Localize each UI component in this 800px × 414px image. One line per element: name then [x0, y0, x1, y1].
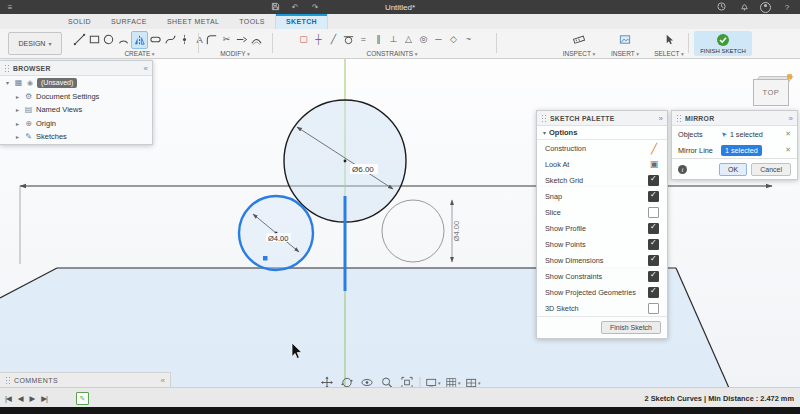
equal-constraint-icon[interactable]: =: [356, 31, 371, 47]
palette-row-show-profile[interactable]: Show Profile: [537, 220, 667, 236]
visibility-eye-icon[interactable]: ◉: [26, 79, 34, 87]
finish-sketch-button[interactable]: FINISH SKETCH: [694, 31, 752, 56]
rectangle-tool-icon[interactable]: [87, 31, 102, 47]
job-status-icon[interactable]: [714, 2, 728, 13]
chevron-right-icon[interactable]: ▸: [14, 93, 21, 100]
tab-sheet-metal[interactable]: SHEET METAL: [157, 14, 229, 29]
mirror-line-selection-count[interactable]: 1 selected: [721, 145, 762, 156]
checkbox-snap[interactable]: [648, 191, 659, 202]
select-cursor-icon[interactable]: [662, 31, 677, 47]
insert-canvas-icon[interactable]: [618, 31, 633, 47]
extend-tool-icon[interactable]: [234, 31, 249, 47]
checkbox-3d-sketch[interactable]: [648, 303, 659, 314]
construction-icon[interactable]: ╱: [649, 143, 659, 153]
midpoint-constraint-icon[interactable]: △: [401, 31, 416, 47]
palette-row-slice[interactable]: Slice: [537, 204, 667, 220]
checkbox-show-constraints[interactable]: [648, 271, 659, 282]
drag-grip-icon[interactable]: [5, 376, 10, 385]
viewcube[interactable]: TOP: [753, 76, 790, 105]
browser-item-sketches[interactable]: ▸✎Sketches: [0, 130, 152, 144]
checkbox-sketch-grid[interactable]: [648, 175, 659, 186]
palette-row-3d-sketch[interactable]: 3D Sketch: [537, 300, 667, 316]
palette-row-sketch-grid[interactable]: Sketch Grid: [537, 172, 667, 188]
mirror-dialog-header[interactable]: MIRROR »: [672, 111, 797, 126]
collapse-browser-icon[interactable]: «: [144, 64, 148, 73]
point-tool-icon[interactable]: [177, 31, 192, 47]
line-tool-icon[interactable]: [72, 31, 87, 47]
chevron-down-icon[interactable]: ▾: [4, 79, 11, 86]
offset-tool-icon[interactable]: [249, 31, 264, 47]
collapse-palette-icon[interactable]: »: [659, 114, 663, 123]
help-icon[interactable]: ?: [780, 3, 794, 12]
go-to-start-icon[interactable]: |◀: [5, 394, 11, 403]
select-menu[interactable]: SELECT: [648, 50, 690, 57]
trim-tool-icon[interactable]: ✂: [219, 31, 234, 47]
horizontal-vertical-constraint-icon[interactable]: ┼: [311, 31, 326, 47]
tab-surface[interactable]: SURFACE: [101, 14, 157, 29]
slot-tool-icon[interactable]: [148, 31, 163, 47]
notifications-icon[interactable]: [737, 2, 751, 13]
spline-tool-icon[interactable]: [163, 31, 178, 47]
drag-grip-icon[interactable]: [4, 64, 9, 73]
root-document-label[interactable]: (Unsaved): [37, 78, 77, 88]
perpendicular-constraint-icon[interactable]: ⊥: [386, 31, 401, 47]
timeline-sketch-feature[interactable]: ✎: [76, 392, 89, 405]
step-back-icon[interactable]: ◀: [18, 394, 23, 403]
collapse-dialog-icon[interactable]: »: [789, 114, 793, 123]
insert-menu[interactable]: INSERT: [604, 50, 646, 57]
browser-root-row[interactable]: ▾ ▦ ◉ (Unsaved): [0, 76, 152, 90]
viewcube-face-top[interactable]: TOP: [753, 79, 789, 106]
palette-row-show-projected-geometries[interactable]: Show Projected Geometries: [537, 284, 667, 300]
clear-objects-selection-icon[interactable]: ✕: [785, 130, 791, 138]
tab-sketch[interactable]: SKETCH: [275, 14, 328, 29]
checkbox-show-dimensions[interactable]: [648, 255, 659, 266]
palette-row-show-constraints[interactable]: Show Constraints: [537, 268, 667, 284]
fix-constraint-icon[interactable]: ▢: [296, 31, 311, 47]
arc-tool-icon[interactable]: [116, 31, 131, 47]
palette-row-construction[interactable]: Construction╱: [537, 140, 667, 156]
symmetry-constraint-icon[interactable]: ◇: [446, 31, 461, 47]
clear-mirror-line-selection-icon[interactable]: ✕: [785, 146, 791, 154]
measure-tool-icon[interactable]: [572, 31, 587, 47]
ok-button[interactable]: OK: [719, 163, 747, 176]
chevron-right-icon[interactable]: ▸: [14, 133, 21, 140]
comments-bar[interactable]: COMMENTS «: [0, 372, 171, 387]
concentric-constraint-icon[interactable]: ◎: [416, 31, 431, 47]
modify-menu[interactable]: MODIFY: [204, 50, 266, 57]
curvature-constraint-icon[interactable]: ~: [461, 31, 476, 47]
mirror-line-row[interactable]: Mirror Line 1 selected ✕: [672, 142, 797, 158]
sketch-palette-header[interactable]: SKETCH PALETTE »: [537, 111, 667, 126]
coincident-constraint-icon[interactable]: ╱: [326, 31, 341, 47]
checkbox-show-projected-geometries[interactable]: [648, 287, 659, 298]
drag-grip-icon[interactable]: [676, 114, 681, 123]
browser-item-document-settings[interactable]: ▸⚙Document Settings: [0, 90, 152, 104]
go-to-end-icon[interactable]: ▶|: [41, 394, 47, 403]
tangent-constraint-icon[interactable]: [341, 31, 356, 47]
inspect-menu[interactable]: INSPECT: [556, 50, 602, 57]
palette-row-show-dimensions[interactable]: Show Dimensions: [537, 252, 667, 268]
palette-row-look-at[interactable]: Look At▣: [537, 156, 667, 172]
checkbox-show-points[interactable]: [648, 239, 659, 250]
mirror-objects-row[interactable]: Objects ➤ 1 selected ✕: [672, 126, 797, 142]
checkbox-slice[interactable]: [648, 207, 659, 218]
collinear-constraint-icon[interactable]: ─: [431, 31, 446, 47]
chevron-right-icon[interactable]: ▸: [14, 120, 21, 127]
browser-item-origin[interactable]: ▸⊕Origin: [0, 117, 152, 131]
drag-grip-icon[interactable]: [541, 114, 546, 123]
expand-comments-icon[interactable]: «: [161, 376, 165, 385]
create-menu[interactable]: CREATE: [72, 50, 207, 57]
palette-row-show-points[interactable]: Show Points: [537, 236, 667, 252]
finish-sketch-palette-button[interactable]: Finish Sketch: [601, 321, 661, 334]
play-icon[interactable]: ▶: [30, 394, 35, 403]
circle-tool-icon[interactable]: [102, 31, 117, 47]
tab-solid[interactable]: SOLID: [58, 14, 101, 29]
info-icon[interactable]: i: [678, 165, 687, 174]
mirror-tool-icon[interactable]: [131, 31, 148, 49]
viewcube-corner-highlight[interactable]: [787, 74, 792, 79]
browser-item-named-views[interactable]: ▸▤Named Views: [0, 103, 152, 117]
parallel-constraint-icon[interactable]: ∥: [371, 31, 386, 47]
cancel-button[interactable]: Cancel: [751, 163, 791, 176]
user-avatar[interactable]: [760, 2, 771, 13]
browser-header[interactable]: BROWSER «: [0, 61, 152, 76]
chevron-right-icon[interactable]: ▸: [14, 106, 21, 113]
